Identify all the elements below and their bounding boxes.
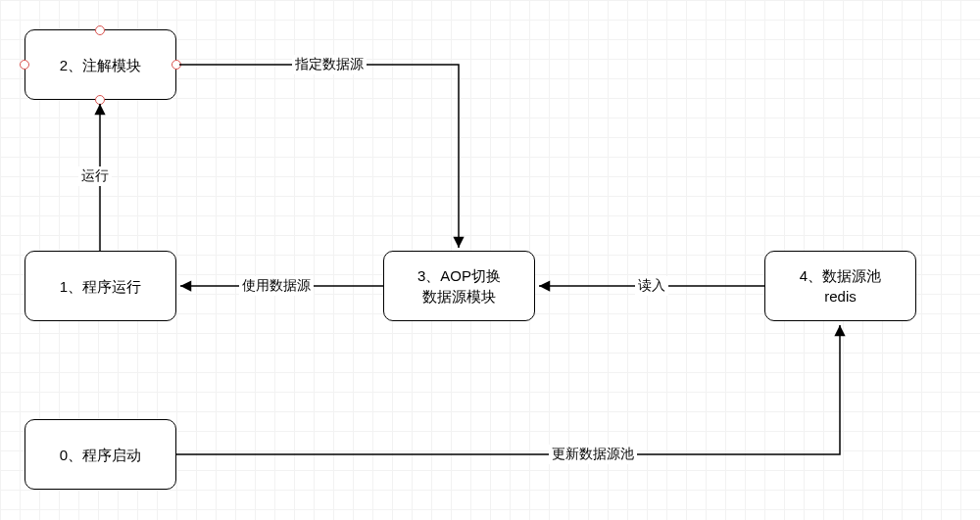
- node-label: 3、AOP切换 数据源模块: [417, 265, 501, 307]
- node-annotation-module[interactable]: 2、注解模块: [24, 29, 176, 100]
- selection-port-icon: [172, 60, 181, 70]
- node-program-start[interactable]: 0、程序启动: [24, 419, 176, 490]
- edge-label-use: 使用数据源: [239, 276, 314, 296]
- edge-label-update: 更新数据源池: [549, 445, 637, 464]
- node-label: 1、程序运行: [60, 276, 141, 297]
- selection-port-icon: [20, 60, 29, 70]
- diagram-canvas: 2、注解模块 1、程序运行 3、AOP切换 数据源模块 4、数据源池 redis…: [0, 0, 980, 520]
- node-label: 2、注解模块: [60, 55, 141, 75]
- node-datasource-pool[interactable]: 4、数据源池 redis: [764, 251, 916, 321]
- selection-port-icon: [95, 25, 105, 35]
- node-aop-switch[interactable]: 3、AOP切换 数据源模块: [383, 251, 535, 321]
- edge-label-read: 读入: [635, 276, 668, 296]
- selection-port-icon: [95, 95, 105, 105]
- node-label: 4、数据源池 redis: [800, 265, 881, 307]
- node-label: 0、程序启动: [60, 445, 141, 465]
- edge-label-run: 运行: [78, 166, 112, 186]
- node-program-run[interactable]: 1、程序运行: [24, 251, 176, 321]
- edge-label-specify: 指定数据源: [292, 55, 367, 74]
- edge-specify-datasource: [179, 65, 459, 248]
- edge-update-pool: [176, 325, 840, 454]
